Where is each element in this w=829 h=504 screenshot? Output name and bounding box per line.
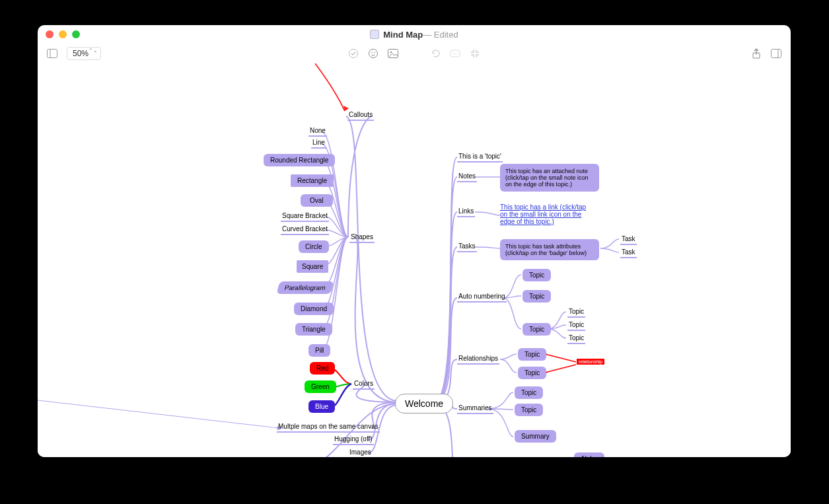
sidebar-toggle-icon[interactable]: [47, 48, 57, 59]
topic-shapes[interactable]: Shapes: [349, 233, 375, 243]
shape-roundedrect[interactable]: Rounded Rectangle: [264, 154, 335, 166]
topic-relationships[interactable]: Relationships: [457, 355, 499, 365]
close-button[interactable]: [46, 30, 54, 38]
topic-thisatopic[interactable]: This is a 'topic': [457, 153, 503, 162]
color-blue[interactable]: Blue: [308, 400, 335, 413]
topic-autonumbering[interactable]: Auto numbering: [457, 293, 507, 303]
shape-squarebracket[interactable]: Square Bracket: [281, 212, 329, 222]
topic-links[interactable]: Links: [457, 207, 475, 217]
auto-topic-3[interactable]: Topic: [523, 323, 551, 336]
sum-summary[interactable]: Summary: [515, 430, 556, 443]
task-child-1[interactable]: Task: [620, 235, 637, 245]
notes-detail[interactable]: This topic has an attached note (click/t…: [500, 164, 599, 192]
minimize-button[interactable]: [59, 30, 67, 38]
shape-oval[interactable]: Oval: [301, 194, 333, 207]
svg-rect-13: [772, 50, 781, 58]
auto-topic-2[interactable]: Topic: [523, 290, 551, 303]
svg-point-9: [452, 53, 454, 54]
shape-pill[interactable]: Pill: [308, 344, 330, 357]
shape-square[interactable]: Square: [297, 260, 328, 273]
message-icon[interactable]: [450, 48, 460, 59]
color-green[interactable]: Green: [305, 380, 336, 393]
svg-point-5: [374, 52, 375, 54]
mindmap-canvas[interactable]: Welcome Callouts Shapes None Line Rounde…: [38, 63, 791, 457]
topic-images[interactable]: Images: [348, 449, 373, 457]
undo-icon[interactable]: [430, 48, 441, 59]
edited-indicator: — Edited: [423, 30, 458, 40]
topic-hugging[interactable]: Hugging (off): [333, 435, 374, 445]
topic-summaries[interactable]: Summaries: [457, 404, 493, 414]
links-detail[interactable]: This topic has a link (click/tap on the …: [500, 203, 593, 225]
toolbar: 50%: [38, 44, 791, 63]
topic-notes[interactable]: Notes: [457, 172, 477, 182]
share-icon[interactable]: [751, 48, 762, 59]
shape-line[interactable]: Line: [311, 139, 326, 149]
svg-point-11: [456, 53, 458, 54]
zoom-select[interactable]: 50%: [67, 47, 101, 60]
shape-parallelogram[interactable]: Parallelogram: [276, 281, 334, 294]
central-topic[interactable]: Welcome: [395, 394, 453, 414]
sort-alpha[interactable]: Alpha: [574, 452, 604, 457]
auto-sub-3[interactable]: Topic: [567, 334, 585, 344]
titlebar: Mind Map — Edited: [38, 25, 791, 44]
auto-topic-1[interactable]: Topic: [523, 269, 551, 281]
shape-circle[interactable]: Circle: [299, 240, 329, 253]
svg-point-2: [349, 50, 358, 58]
check-icon[interactable]: [348, 48, 359, 59]
svg-point-3: [369, 50, 378, 58]
relationship-label[interactable]: relationship: [577, 359, 604, 365]
app-window: Mind Map — Edited 50%: [38, 25, 791, 457]
maximize-button[interactable]: [72, 30, 80, 38]
shape-triangle[interactable]: Triangle: [295, 323, 332, 336]
svg-point-4: [371, 52, 373, 54]
zoom-value: 50%: [73, 49, 89, 58]
collapse-icon[interactable]: [470, 48, 480, 59]
document-title: Mind Map: [383, 30, 423, 40]
auto-sub-2[interactable]: Topic: [567, 321, 585, 331]
window-controls: [46, 30, 80, 38]
shape-rectangle[interactable]: Rectangle: [291, 174, 334, 187]
shape-curvedbracket[interactable]: Curved Bracket: [281, 225, 329, 235]
task-child-2[interactable]: Task: [620, 248, 637, 258]
topic-colors[interactable]: Colors: [353, 380, 375, 390]
emoji-icon[interactable]: [368, 48, 378, 59]
svg-point-7: [390, 52, 392, 53]
rel-topic-2[interactable]: Topic: [518, 367, 546, 379]
tasks-detail[interactable]: This topic has task attributes (click/ta…: [500, 239, 599, 260]
document-icon: [370, 30, 379, 39]
svg-point-10: [454, 53, 456, 54]
color-red[interactable]: Red: [310, 362, 335, 375]
rel-topic-1[interactable]: Topic: [518, 348, 546, 361]
sum-topic-1[interactable]: Topic: [515, 386, 543, 399]
sum-topic-2[interactable]: Topic: [515, 404, 543, 416]
inspector-toggle-icon[interactable]: [771, 48, 781, 59]
topic-callouts[interactable]: Callouts: [347, 111, 374, 121]
auto-sub-1[interactable]: Topic: [567, 308, 585, 318]
topic-tasks[interactable]: Tasks: [457, 242, 477, 252]
topic-multimaps[interactable]: Multple maps on the same canvas: [277, 423, 380, 433]
shape-none[interactable]: None: [308, 127, 327, 137]
shape-diamond[interactable]: Diamond: [294, 303, 334, 315]
image-icon[interactable]: [388, 48, 398, 59]
svg-rect-0: [48, 50, 57, 58]
